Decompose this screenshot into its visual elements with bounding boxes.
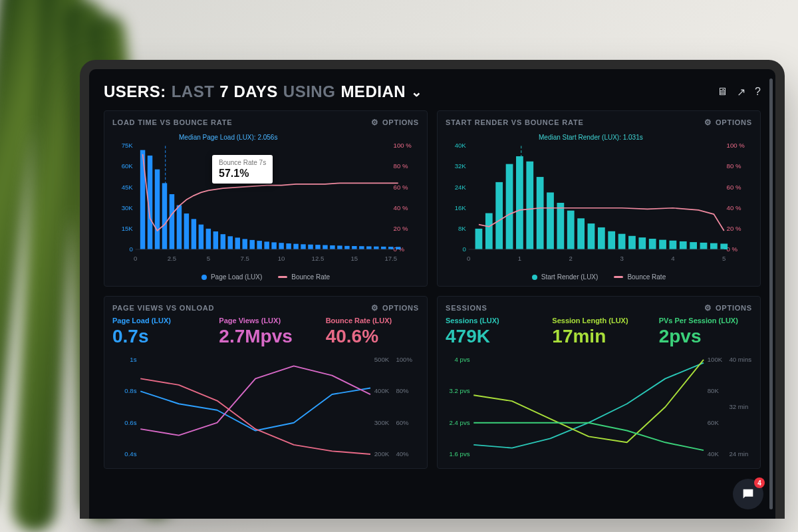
help-icon[interactable]: ?: [755, 86, 761, 98]
stat-label: Session Length (LUX): [552, 317, 645, 325]
svg-rect-84: [557, 203, 564, 249]
stat-value: 2.7Mpvs: [219, 326, 312, 347]
svg-text:3: 3: [620, 255, 623, 262]
median-label: Median Page Load (LUX): 2.056s: [179, 134, 277, 141]
panel-render-vs-bounce: Start Render vs Bounce Rate ⚙Options Med…: [437, 110, 761, 287]
title-using: Using: [283, 82, 336, 101]
svg-text:0.8s: 0.8s: [124, 387, 136, 394]
share-icon[interactable]: ↗: [737, 86, 745, 98]
svg-rect-100: [720, 243, 728, 249]
svg-text:2.4 pvs: 2.4 pvs: [450, 419, 470, 426]
svg-text:1.6 pvs: 1.6 pvs: [450, 450, 470, 458]
svg-text:40K: 40K: [455, 142, 467, 149]
page-title-dropdown[interactable]: Users: Last 7 Days Using Median ⌄: [104, 82, 423, 101]
gear-icon: ⚙: [704, 118, 712, 127]
options-button[interactable]: ⚙Options: [371, 118, 419, 127]
gear-icon: ⚙: [371, 303, 379, 313]
chart-onload[interactable]: 0.4s0.6s0.8s1s200K300K400K500K40%60%80%1…: [112, 351, 419, 463]
monitor-icon[interactable]: 🖥: [717, 86, 728, 98]
svg-rect-23: [162, 183, 167, 249]
svg-rect-35: [249, 240, 254, 249]
stat-value: 2pvs: [659, 326, 752, 347]
svg-text:0.6s: 0.6s: [124, 419, 136, 426]
svg-text:200K: 200K: [374, 450, 390, 458]
title-range: 7 Days: [219, 82, 278, 101]
svg-rect-36: [257, 241, 261, 249]
svg-rect-49: [352, 246, 356, 249]
svg-text:0: 0: [462, 245, 466, 253]
svg-text:10: 10: [278, 255, 285, 262]
chat-widget[interactable]: 4: [733, 479, 763, 509]
options-button[interactable]: ⚙Options: [704, 303, 752, 313]
options-button[interactable]: ⚙Options: [704, 118, 752, 127]
svg-text:45K: 45K: [122, 184, 134, 191]
svg-rect-88: [598, 227, 605, 249]
panel-title: Load Time vs Bounce Rate: [112, 118, 232, 126]
svg-rect-26: [184, 213, 189, 249]
svg-text:0.4s: 0.4s: [124, 450, 136, 458]
svg-text:32K: 32K: [455, 162, 467, 170]
title-last: Last: [172, 82, 215, 101]
svg-rect-83: [547, 192, 554, 249]
svg-text:24K: 24K: [455, 184, 467, 191]
svg-text:40K: 40K: [708, 450, 720, 458]
chart-render[interactable]: 08K16K24K32K40K0 %20 %40 %60 %80 %100 %0…: [446, 131, 752, 271]
svg-text:20 %: 20 %: [394, 225, 408, 232]
chat-icon: [741, 487, 755, 501]
svg-text:24 min: 24 min: [729, 450, 748, 458]
gear-icon: ⚙: [704, 303, 712, 313]
title-metric: Median: [340, 82, 406, 101]
chevron-down-icon: ⌄: [411, 84, 423, 100]
svg-rect-55: [396, 247, 400, 249]
svg-rect-82: [537, 177, 544, 249]
median-label: Median Start Render (LUX): 1.031s: [539, 134, 643, 141]
svg-rect-22: [155, 170, 160, 249]
svg-text:0: 0: [467, 255, 470, 262]
svg-rect-89: [608, 231, 615, 249]
svg-rect-32: [228, 236, 233, 249]
stat-label: Sessions (LUX): [446, 317, 539, 325]
svg-rect-24: [170, 194, 174, 249]
svg-text:1s: 1s: [130, 356, 136, 363]
stat-value: 0.7s: [112, 326, 205, 347]
svg-rect-30: [213, 231, 218, 249]
panel-pageviews-onload: Page Views vs Onload ⚙Options Page Load …: [104, 296, 428, 469]
svg-rect-37: [264, 241, 269, 249]
svg-text:60 %: 60 %: [394, 184, 408, 191]
svg-rect-34: [242, 239, 247, 249]
svg-rect-45: [323, 245, 327, 249]
svg-rect-77: [485, 213, 493, 249]
svg-text:2: 2: [569, 255, 573, 262]
laptop-frame: Users: Last 7 Days Using Median ⌄ 🖥 ↗ ?: [80, 60, 785, 519]
svg-text:0: 0: [134, 255, 137, 262]
svg-text:100 %: 100 %: [727, 142, 745, 149]
svg-rect-38: [271, 242, 276, 249]
svg-text:15K: 15K: [122, 225, 134, 232]
title-prefix: Users:: [104, 82, 166, 101]
stat-value: 40.6%: [326, 326, 419, 347]
svg-text:80 %: 80 %: [394, 162, 408, 170]
panel-title: Sessions: [446, 304, 487, 312]
chart-sessions[interactable]: 1.6 pvs2.4 pvs3.2 pvs4 pvs40K60K80K100K2…: [446, 351, 752, 463]
svg-text:75K: 75K: [122, 142, 134, 149]
chart-load[interactable]: 015K30K45K60K75K0 %20 %40 %60 %80 %100 %…: [112, 131, 419, 271]
svg-text:12.5: 12.5: [312, 255, 325, 262]
scrollbar[interactable]: [769, 78, 773, 509]
svg-text:100 %: 100 %: [394, 142, 412, 149]
svg-text:16K: 16K: [455, 204, 467, 211]
svg-rect-95: [670, 241, 677, 249]
svg-text:1: 1: [518, 255, 521, 262]
svg-rect-46: [330, 245, 334, 249]
options-button[interactable]: ⚙Options: [371, 303, 419, 313]
stat-value: 17min: [552, 326, 645, 347]
svg-rect-53: [381, 247, 386, 249]
legend-line: Bounce Rate: [614, 273, 666, 281]
svg-text:80 %: 80 %: [727, 162, 741, 170]
svg-text:60K: 60K: [708, 419, 720, 426]
svg-rect-28: [199, 225, 203, 249]
svg-rect-79: [506, 164, 513, 249]
svg-rect-76: [475, 229, 483, 249]
svg-rect-44: [315, 245, 320, 249]
svg-rect-87: [588, 223, 595, 249]
svg-text:40 mins: 40 mins: [729, 356, 751, 363]
